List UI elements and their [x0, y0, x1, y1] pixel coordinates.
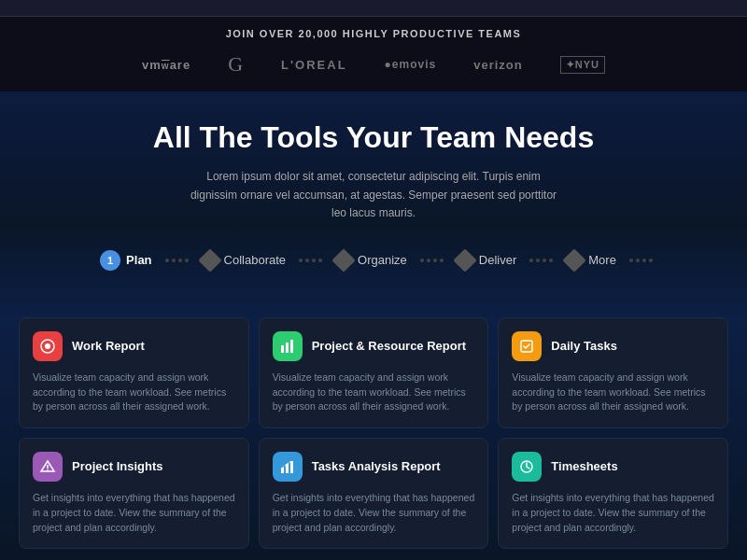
cards-section: Work Report Visualize team capacity and …	[0, 317, 747, 550]
timesheets-icon	[512, 452, 542, 482]
dot	[427, 259, 430, 262]
dot	[185, 259, 189, 262]
dot	[549, 259, 553, 262]
tab-collaborate[interactable]: Collaborate	[192, 246, 296, 274]
card-work-report-desc: Visualize team capacity and assign work …	[33, 371, 235, 414]
card-timesheets: Timesheets Get insights into everything …	[498, 438, 728, 549]
dot	[178, 259, 182, 262]
svg-rect-10	[286, 464, 289, 473]
plan-icon: 1	[100, 250, 120, 271]
tasks-analysis-icon	[273, 452, 303, 482]
svg-rect-3	[286, 343, 289, 353]
tab-dots-5	[629, 259, 653, 262]
logos-row: vmware G L'OREAL ●emovis verizon ✦NYU	[19, 52, 728, 77]
dot	[299, 259, 303, 262]
svg-point-8	[47, 469, 49, 471]
card-daily-tasks-title: Daily Tasks	[551, 339, 617, 355]
card-timesheets-header: Timesheets	[512, 452, 714, 482]
hero-section: All The Tools Your Team Needs Lorem ipsu…	[0, 91, 747, 317]
svg-point-1	[45, 343, 50, 349]
dot	[642, 259, 646, 262]
card-tasks-analysis: Tasks Analysis Report Get insights into …	[259, 438, 489, 549]
svg-rect-2	[281, 345, 284, 353]
collaborate-diamond-icon	[198, 248, 221, 272]
card-tasks-analysis-header: Tasks Analysis Report	[273, 452, 475, 482]
tab-deliver[interactable]: Deliver	[447, 246, 526, 274]
tab-deliver-label: Deliver	[479, 253, 516, 267]
dot	[536, 259, 540, 262]
tab-dots-1	[165, 259, 189, 262]
dot	[649, 259, 653, 262]
tab-plan-label: Plan	[126, 253, 151, 267]
tabs-row: 1 Plan Collaborate Organize	[19, 245, 728, 276]
tab-dots-4	[529, 259, 553, 262]
dot	[636, 259, 640, 262]
join-text: JOIN OVER 20,000 HIGHLY PRODUCTIVE TEAMS	[19, 28, 728, 39]
card-daily-tasks: Daily Tasks Visualize team capacity and …	[498, 317, 728, 428]
tab-organize-label: Organize	[358, 253, 407, 267]
card-timesheets-title: Timesheets	[551, 459, 617, 475]
card-project-resource: Project & Resource Report Visualize team…	[259, 317, 489, 428]
dot	[172, 259, 176, 262]
tab-dots-2	[299, 259, 322, 262]
dot	[529, 259, 533, 262]
dot	[165, 259, 169, 262]
card-work-report-header: Work Report	[33, 331, 235, 361]
card-work-report: Work Report Visualize team capacity and …	[19, 317, 249, 428]
project-insights-icon	[33, 452, 63, 482]
tab-collaborate-label: Collaborate	[224, 253, 287, 267]
card-project-resource-desc: Visualize team capacity and assign work …	[273, 371, 475, 414]
card-timesheets-desc: Get insights into everything that has ha…	[512, 491, 714, 535]
dot	[543, 259, 546, 262]
browser-bar	[0, 0, 747, 17]
card-project-insights-header: Project Insights	[33, 452, 235, 482]
logo-nyu: ✦NYU	[560, 56, 605, 74]
svg-rect-9	[281, 468, 284, 473]
dot	[312, 259, 316, 262]
dot	[420, 259, 424, 262]
tab-plan[interactable]: 1 Plan	[91, 245, 161, 276]
daily-tasks-icon	[512, 331, 542, 361]
tab-organize[interactable]: Organize	[326, 246, 416, 274]
card-project-resource-header: Project & Resource Report	[273, 331, 475, 361]
svg-rect-4	[290, 340, 293, 353]
logos-section: JOIN OVER 20,000 HIGHLY PRODUCTIVE TEAMS…	[0, 17, 747, 91]
logo-emovis: ●emovis	[385, 58, 437, 71]
dot	[433, 259, 437, 262]
logo-vmware: vmware	[142, 58, 190, 72]
organize-diamond-icon	[331, 248, 355, 272]
dot	[318, 259, 322, 262]
logo-verizon: verizon	[473, 58, 523, 72]
cards-grid: Work Report Visualize team capacity and …	[19, 317, 728, 550]
work-report-icon	[33, 331, 63, 361]
tab-dots-3	[420, 259, 444, 262]
card-work-report-title: Work Report	[72, 339, 145, 355]
hero-subtitle: Lorem ipsum dolor sit amet, consectetur …	[187, 168, 560, 222]
hero-title: All The Tools Your Team Needs	[19, 119, 728, 155]
card-project-insights-desc: Get insights into everything that has ha…	[33, 491, 235, 535]
card-tasks-analysis-title: Tasks Analysis Report	[312, 459, 441, 475]
tab-more[interactable]: More	[557, 246, 626, 274]
project-resource-icon	[273, 331, 303, 361]
logo-google: G	[228, 52, 244, 77]
tab-more-label: More	[588, 253, 616, 267]
dot	[629, 259, 633, 262]
card-project-insights: Project Insights Get insights into every…	[19, 438, 249, 549]
svg-rect-11	[290, 461, 293, 473]
card-project-insights-title: Project Insights	[72, 459, 163, 475]
card-daily-tasks-desc: Visualize team capacity and assign work …	[512, 371, 714, 414]
card-daily-tasks-header: Daily Tasks	[512, 331, 714, 361]
card-tasks-analysis-desc: Get insights into everything that has ha…	[273, 491, 475, 535]
svg-line-14	[527, 467, 529, 469]
logo-loreal: L'OREAL	[281, 58, 347, 72]
dot	[440, 259, 444, 262]
card-project-resource-title: Project & Resource Report	[312, 339, 466, 355]
more-diamond-icon	[563, 248, 586, 272]
deliver-diamond-icon	[453, 248, 476, 272]
dot	[305, 259, 309, 262]
